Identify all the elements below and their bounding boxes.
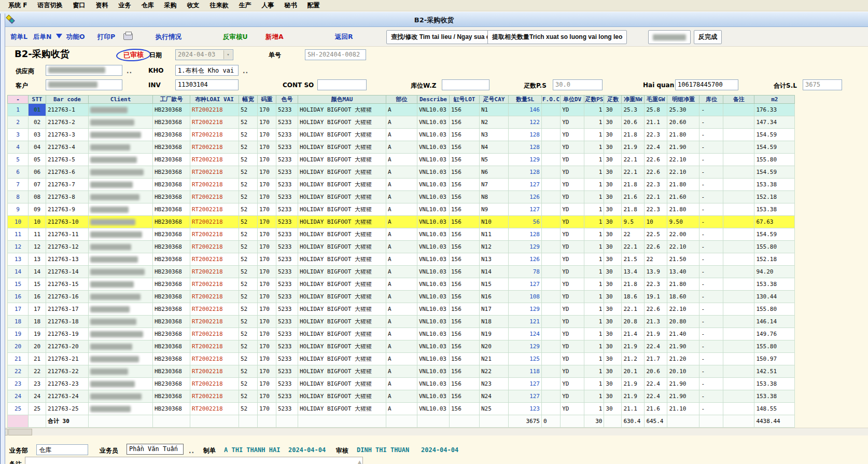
cell-stt[interactable]: 01	[29, 104, 46, 116]
cell-factory[interactable]: HB230368	[153, 203, 190, 216]
column-header-color_name[interactable]: 颜色MAU	[298, 95, 386, 104]
cell-num[interactable]: 8	[8, 191, 29, 203]
cell-dv[interactable]: YD	[561, 241, 584, 253]
cell-pcs[interactable]: 30	[604, 228, 622, 241]
menu-item-2[interactable]: 窗口	[67, 0, 90, 11]
cell-part[interactable]: A	[386, 365, 417, 378]
column-header-dnw[interactable]: 明细净重	[667, 95, 699, 104]
cell-stt[interactable]: 16	[29, 291, 46, 303]
cell-foc[interactable]	[542, 129, 561, 141]
cell-note[interactable]	[723, 328, 754, 340]
cell-pcs[interactable]: 30	[604, 253, 622, 266]
cell-gw[interactable]: 22.3	[645, 203, 667, 216]
cell-describe[interactable]: VNL10.03	[417, 104, 450, 116]
cell-client[interactable]	[89, 278, 153, 291]
cell-part[interactable]: A	[386, 191, 417, 203]
cell-describe[interactable]: VNL10.03	[417, 278, 450, 291]
cell-note[interactable]	[723, 216, 754, 228]
cell-note[interactable]	[723, 191, 754, 203]
cell-note[interactable]	[723, 266, 754, 278]
cell-note[interactable]	[723, 179, 754, 191]
date-input[interactable]: 2024-04-03▾	[175, 49, 233, 60]
cell-dv[interactable]: YD	[561, 278, 584, 291]
cell-pcs[interactable]: 30	[604, 216, 622, 228]
cell-cay[interactable]: N16	[480, 291, 509, 303]
cell-describe[interactable]: VNL10.03	[417, 216, 450, 228]
cell-bar[interactable]: 212763-20	[46, 340, 89, 353]
cell-stt[interactable]: 18	[29, 316, 46, 328]
cell-dv[interactable]: YD	[561, 390, 584, 403]
cell-sl[interactable]: 146	[509, 104, 542, 116]
cell-color_name[interactable]: HOLIDAY BIGFOOT 大猩猩	[298, 303, 386, 316]
cell-color_no[interactable]: 5233	[276, 104, 298, 116]
cell-weight[interactable]: 170	[258, 203, 276, 216]
table-row[interactable]: 1717212763-17HB230368RT2002218521705233H…	[8, 303, 795, 316]
cell-nw[interactable]: 21.4	[622, 328, 645, 340]
cell-factory[interactable]: HB230368	[153, 266, 190, 278]
cell-gw[interactable]: 22.3	[645, 129, 667, 141]
cell-loc[interactable]: -	[699, 228, 723, 241]
cell-cay[interactable]: N19	[480, 328, 509, 340]
cell-color_name[interactable]: HOLIDAY BIGFOOT 大猩猩	[298, 241, 386, 253]
cell-color_name[interactable]: HOLIDAY BIGFOOT 大猩猩	[298, 378, 386, 390]
cell-sl[interactable]: 128	[509, 141, 542, 154]
cell-nw[interactable]: 21.1	[622, 403, 645, 415]
cell-pcs[interactable]: 30	[604, 303, 622, 316]
cell-dv[interactable]: YD	[561, 116, 584, 129]
cell-stt[interactable]: 21	[29, 353, 46, 365]
cell-loc[interactable]: -	[699, 378, 723, 390]
cell-cay[interactable]: N14	[480, 266, 509, 278]
cell-color_name[interactable]: HOLIDAY BIGFOOT 大猩猩	[298, 403, 386, 415]
menu-item-3[interactable]: 资料	[90, 0, 113, 11]
cell-m2[interactable]: 149.76	[754, 328, 795, 340]
cell-dnw[interactable]: 21.50	[667, 253, 699, 266]
cell-lot[interactable]: 156	[450, 241, 480, 253]
cell-part[interactable]: A	[386, 403, 417, 415]
cell-cay[interactable]: N3	[480, 129, 509, 141]
cell-color_name[interactable]: HOLIDAY BIGFOOT 大猩猩	[298, 228, 386, 241]
cell-part[interactable]: A	[386, 291, 417, 303]
cell-describe[interactable]: VNL10.03	[417, 191, 450, 203]
cell-sl[interactable]: 125	[509, 353, 542, 365]
cell-describe[interactable]: VNL10.03	[417, 154, 450, 166]
cell-note[interactable]	[723, 166, 754, 179]
printer-icon[interactable]	[123, 33, 133, 40]
cell-ps[interactable]: 1	[584, 166, 604, 179]
cell-factory[interactable]: HB230368	[153, 278, 190, 291]
cell-pcs[interactable]: 30	[604, 390, 622, 403]
cell-color_name[interactable]: HOLIDAY BIGFOOT 大猩猩	[298, 104, 386, 116]
cell-bar[interactable]: 212763-5	[46, 154, 89, 166]
cell-fabric[interactable]: RT2002218	[190, 365, 239, 378]
cell-lot[interactable]: 156	[450, 403, 480, 415]
cell-color_no[interactable]: 5233	[276, 390, 298, 403]
cell-ps[interactable]: 1	[584, 403, 604, 415]
cell-describe[interactable]: VNL10.03	[417, 316, 450, 328]
cell-gw[interactable]: 21.9	[645, 328, 667, 340]
cell-weight[interactable]: 170	[258, 353, 276, 365]
cell-factory[interactable]: HB230368	[153, 291, 190, 303]
cell-describe[interactable]: VNL10.03	[417, 303, 450, 316]
cell-note[interactable]	[723, 278, 754, 291]
cell-loc[interactable]: -	[699, 203, 723, 216]
cell-color_name[interactable]: HOLIDAY BIGFOOT 大猩猩	[298, 191, 386, 203]
cell-gw[interactable]: 22.6	[645, 303, 667, 316]
cell-dv[interactable]: YD	[561, 316, 584, 328]
cell-client[interactable]	[89, 241, 153, 253]
cell-color_name[interactable]: HOLIDAY BIGFOOT 大猩猩	[298, 365, 386, 378]
cell-client[interactable]	[89, 403, 153, 415]
cell-dv[interactable]: YD	[561, 291, 584, 303]
exec-status-button[interactable]: 执行情况	[156, 33, 181, 42]
cell-bar[interactable]: 212763-10	[46, 216, 89, 228]
cell-lot[interactable]: 156	[450, 154, 480, 166]
cell-ps[interactable]: 1	[584, 328, 604, 340]
prev-doc-button[interactable]: 前单L	[10, 33, 27, 42]
cell-dnw[interactable]: 21.90	[667, 378, 699, 390]
cell-stt[interactable]: 05	[29, 154, 46, 166]
cell-weight[interactable]: 170	[258, 141, 276, 154]
cell-m2[interactable]: 155.80	[754, 303, 795, 316]
table-row[interactable]: 2424212763-24HB230368RT2002218521705233H…	[8, 390, 795, 403]
cell-fabric[interactable]: RT2002218	[190, 104, 239, 116]
cell-bar[interactable]: 212763-14	[46, 266, 89, 278]
cell-color_name[interactable]: HOLIDAY BIGFOOT 大猩猩	[298, 141, 386, 154]
cell-bar[interactable]: 212763-6	[46, 166, 89, 179]
